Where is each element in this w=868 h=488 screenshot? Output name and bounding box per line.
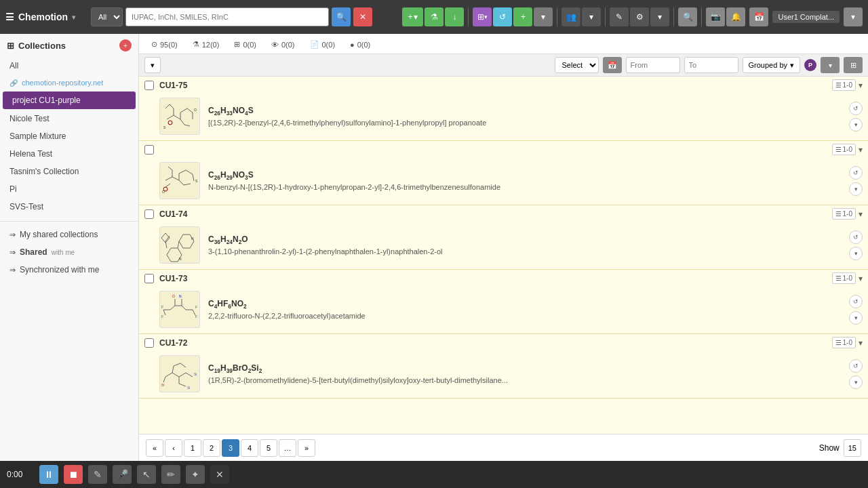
sidebar-item-pi[interactable]: Pi <box>0 180 138 198</box>
expand-icon-cu174[interactable]: ▾ <box>849 247 863 260</box>
expand-icon-cu173[interactable]: ▾ <box>849 311 863 325</box>
grouped-by-button[interactable]: Grouped by ▾ <box>743 57 800 73</box>
chevron-down-icon-cu173[interactable]: ▾ <box>859 274 863 283</box>
sample-checkbox-cu174[interactable] <box>144 209 154 219</box>
sidebar-add-button[interactable]: + <box>119 39 132 52</box>
hamburger-icon[interactable]: ☰ <box>5 12 14 22</box>
brand-logo[interactable]: ☰ Chemotion ▾ <box>5 12 87 22</box>
settings-btn[interactable]: ⚙ <box>630 7 649 26</box>
cycle-button[interactable]: ↺ <box>493 7 512 26</box>
sample-right-icons-cu172: ↺ ▾ <box>849 359 863 389</box>
sidebar-item-nicole[interactable]: Nicole Test <box>0 110 138 127</box>
create-reaction-button[interactable]: ⚗ <box>425 7 443 26</box>
sidebar-item-project[interactable]: project CU1-purple <box>3 92 136 109</box>
edit-button[interactable]: ✎ <box>610 7 629 26</box>
cursor-button[interactable]: ↖ <box>137 465 156 484</box>
pagination-prev[interactable]: ‹ <box>165 439 182 457</box>
refresh-icon-cu174[interactable]: ↺ <box>849 230 863 244</box>
pen-button[interactable]: ✏ <box>161 465 180 484</box>
add-plus-button[interactable]: + <box>513 7 532 26</box>
dropdown-button[interactable]: ▾ <box>534 7 553 26</box>
page-5-button[interactable]: 5 <box>260 439 277 457</box>
search-scope-select[interactable]: All <box>91 7 123 26</box>
sidebar-item-all[interactable]: All <box>0 57 138 75</box>
create-sample-button[interactable]: + ▾ <box>402 7 423 26</box>
camera-button[interactable]: 📷 <box>706 7 725 26</box>
close-toolbar-button[interactable]: ✕ <box>210 465 229 484</box>
page-ellipsis[interactable]: … <box>279 439 296 457</box>
mic-button[interactable]: 🎤 <box>113 465 132 484</box>
shape-button[interactable]: ✦ <box>186 465 205 484</box>
search-input[interactable] <box>125 7 329 26</box>
filter-dropdown-button[interactable]: ▾ <box>144 57 161 73</box>
user-badge[interactable]: User1 Complat... <box>772 11 840 23</box>
chevron-down-icon-cu175b[interactable]: ▾ <box>859 145 863 155</box>
page-3-button[interactable]: 3 <box>222 439 239 457</box>
sidebar-item-shared-with-me[interactable]: ⇒ Shared with me <box>0 243 138 261</box>
tab-screens[interactable]: 👁 0(0) <box>264 37 302 54</box>
bell-button[interactable]: 🔔 <box>726 7 745 26</box>
sidebar-item-helena[interactable]: Helena Test <box>0 145 138 163</box>
sidebar-item-tasnim[interactable]: Tasnim's Collection <box>0 163 138 180</box>
search-button[interactable]: 🔍 <box>332 7 351 26</box>
select-filter[interactable]: Select <box>555 57 599 73</box>
to-date-input[interactable] <box>684 57 738 73</box>
tab-others[interactable]: ● 0(0) <box>343 37 377 54</box>
view-toggle-button[interactable]: ⊞ <box>844 57 863 73</box>
sample-count-cu174[interactable]: ☰ 1-0 <box>832 208 856 220</box>
refresh-icon-cu175b[interactable]: ↺ <box>849 166 863 180</box>
sidebar-item-my-shared[interactable]: ⇒ My shared collections <box>0 226 138 243</box>
filter-button[interactable]: ⊞▾ <box>473 7 492 26</box>
tab-research-plans[interactable]: 📄 0(0) <box>303 37 342 54</box>
tab-reactions[interactable]: ⚗ 12(0) <box>186 37 226 54</box>
expand-icon-cu175b[interactable]: ▾ <box>849 182 863 196</box>
search2-button[interactable]: 🔍 <box>678 7 697 26</box>
page-1-button[interactable]: 1 <box>184 439 201 457</box>
chevron-down-icon-cu174[interactable]: ▾ <box>859 209 863 219</box>
sample-right-icons-cu174: ↺ ▾ <box>849 230 863 260</box>
sidebar-item-synchronized[interactable]: ⇒ Synchronized with me <box>0 261 138 279</box>
calendar-button[interactable]: 📅 <box>749 7 768 26</box>
refresh-icon-cu173[interactable]: ↺ <box>849 295 863 308</box>
calendar-filter-button[interactable]: 📅 <box>603 57 622 73</box>
sample-checkbox-cu175[interactable] <box>144 81 154 90</box>
tab-samples[interactable]: ⊙ 95(0) <box>144 37 184 54</box>
user-mgmt-dropdown[interactable]: ▾ <box>582 7 601 26</box>
sample-count-cu173[interactable]: ☰ 1-0 <box>832 272 856 284</box>
play-pause-button[interactable]: ⏸ <box>39 465 58 484</box>
svg-text:O: O <box>194 108 197 112</box>
expand-icon-cu172[interactable]: ▾ <box>849 375 863 389</box>
chevron-down-icon-cu172[interactable]: ▾ <box>859 338 863 348</box>
chevron-down-icon-cu175[interactable]: ▾ <box>859 81 863 90</box>
sample-count-cu175[interactable]: ☰ 1-0 <box>832 79 856 91</box>
sidebar-item-repo[interactable]: 🔗 chemotion-repository.net <box>0 75 138 91</box>
from-date-input[interactable] <box>626 57 680 73</box>
user-dropdown[interactable]: ▾ <box>844 7 863 26</box>
sample-count-cu175b[interactable]: ☰ 1-0 <box>832 144 856 155</box>
sidebar-title: Collections <box>18 41 66 51</box>
sidebar-item-sample-mixture[interactable]: Sample Mixture <box>0 127 138 145</box>
avatar-dropdown[interactable]: ▾ <box>821 57 840 73</box>
show-count-button[interactable]: 15 <box>844 439 861 457</box>
sample-checkbox-cu175b[interactable] <box>144 145 154 155</box>
brand-arrow[interactable]: ▾ <box>72 14 75 21</box>
sample-checkbox-cu173[interactable] <box>144 274 154 283</box>
clear-search-button[interactable]: ✕ <box>353 7 372 26</box>
sidebar-item-svs[interactable]: SVS-Test <box>0 198 138 216</box>
annotate-button[interactable]: ✎ <box>88 465 107 484</box>
import-button[interactable]: ↓ <box>445 7 464 26</box>
tab-wellplates[interactable]: ⊞ 0(0) <box>227 37 263 54</box>
user-avatar[interactable]: P <box>804 59 816 71</box>
page-2-button[interactable]: 2 <box>203 439 220 457</box>
refresh-icon-cu175[interactable]: ↺ <box>849 102 863 115</box>
sample-checkbox-cu172[interactable] <box>144 338 154 348</box>
stop-button[interactable]: ⏹ <box>64 465 83 484</box>
page-4-button[interactable]: 4 <box>241 439 258 457</box>
refresh-icon-cu172[interactable]: ↺ <box>849 359 863 373</box>
pagination-last[interactable]: » <box>298 439 315 457</box>
expand-icon-cu175[interactable]: ▾ <box>849 118 863 131</box>
sample-count-cu172[interactable]: ☰ 1-0 <box>832 337 856 348</box>
settings-dropdown[interactable]: ▾ <box>650 7 669 26</box>
pagination-first[interactable]: « <box>146 439 163 457</box>
user-mgmt-button[interactable]: 👥 <box>561 7 580 26</box>
